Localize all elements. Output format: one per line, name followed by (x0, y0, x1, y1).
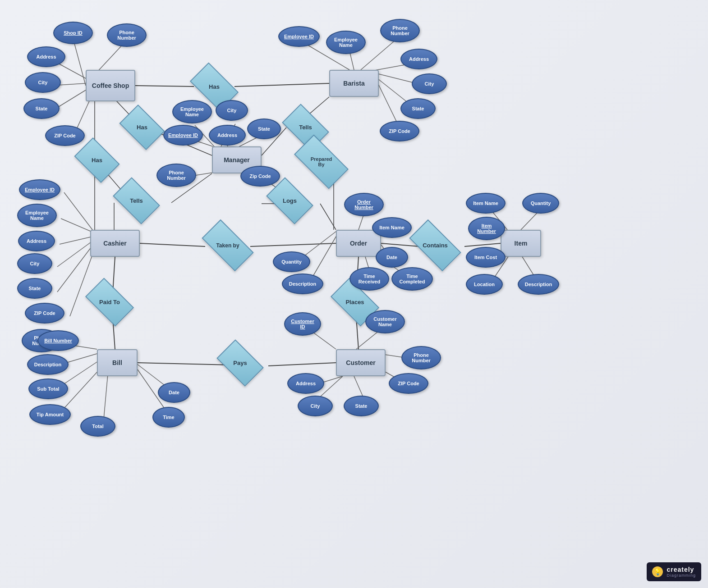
relationship-taken-by[interactable]: Taken by (205, 233, 250, 258)
attr-mgr-address[interactable]: Address (209, 125, 246, 146)
attr-mgr-city[interactable]: City (216, 100, 248, 121)
attr-csh-zip[interactable]: ZIP Code (25, 303, 64, 324)
attr-ord-time-completed[interactable]: TimeCompleted (391, 267, 433, 291)
relationship-has2[interactable]: Has (124, 115, 160, 140)
relationship-places[interactable]: Places (335, 290, 375, 315)
attr-bill-subtotal[interactable]: Sub Total (28, 378, 68, 399)
attr-mgr-empid[interactable]: Employee ID (163, 125, 203, 146)
attr-ord-time-received[interactable]: TimeReceived (349, 267, 389, 291)
entity-order[interactable]: Order (336, 230, 381, 257)
attr-mgr-phone[interactable]: PhoneNumber (156, 164, 196, 187)
attr-cs-phone[interactable]: PhoneNumber (107, 23, 147, 47)
attr-item-itemnum[interactable]: ItemNumber (468, 217, 505, 240)
attr-cs-shopid[interactable]: Shop ID (53, 22, 93, 44)
attr-cs-state[interactable]: State (23, 98, 60, 119)
entity-item[interactable]: Item (501, 230, 541, 257)
attr-bar-state[interactable]: State (400, 98, 436, 119)
attr-csh-address[interactable]: Address (18, 231, 55, 251)
attr-csh-empname[interactable]: EmployeeName (17, 204, 57, 227)
relationship-pays[interactable]: Pays (221, 351, 259, 375)
svg-line-74 (61, 219, 92, 232)
attr-cust-state[interactable]: State (344, 396, 379, 416)
entity-coffee-shop[interactable]: Coffee Shop (86, 70, 135, 101)
attr-cs-city[interactable]: City (25, 72, 61, 93)
relationship-has1[interactable]: Has (194, 74, 234, 99)
svg-line-39 (464, 243, 501, 246)
relationship-paid-to[interactable]: Paid To (89, 290, 130, 315)
relationship-has3[interactable]: Has (79, 148, 115, 173)
attr-ord-date[interactable]: Date (376, 247, 408, 268)
svg-line-37 (250, 243, 336, 246)
svg-line-36 (140, 243, 205, 246)
attr-bar-city[interactable]: City (412, 73, 447, 94)
attr-bill-total[interactable]: Total (80, 416, 115, 437)
svg-line-77 (57, 246, 92, 292)
attr-bar-zip[interactable]: ZIP Code (380, 121, 419, 141)
attr-ord-qty[interactable]: Quantity (273, 251, 310, 272)
svg-line-7 (234, 83, 329, 87)
attr-bill-tip[interactable]: Tip Amount (29, 404, 71, 425)
attr-cs-zip[interactable]: ZIP Code (45, 125, 85, 146)
relationship-logs[interactable]: Logs (271, 188, 309, 213)
attr-csh-state[interactable]: State (17, 278, 52, 299)
attr-bill-date[interactable]: Date (158, 382, 190, 403)
attr-cust-phone[interactable]: PhoneNumber (401, 346, 441, 369)
attr-bill-desc[interactable]: Description (27, 354, 69, 375)
svg-line-65 (268, 363, 336, 366)
creately-logo-text: creately Diagramming (667, 566, 696, 578)
attr-item-qty[interactable]: Quantity (522, 193, 559, 214)
attr-cust-custname[interactable]: CustomerName (365, 310, 405, 333)
attr-ord-ordernum[interactable]: OrderNumber (344, 193, 384, 216)
attr-item-desc[interactable]: Description (518, 274, 559, 295)
er-diagram-canvas: Coffee Shop Barista Manager Cashier Orde… (0, 0, 708, 588)
attr-mgr-zip[interactable]: Zip Code (240, 166, 280, 187)
attr-cust-city[interactable]: City (298, 396, 333, 416)
attr-bar-empname[interactable]: EmployeeName (326, 31, 366, 54)
entity-bill[interactable]: Bill (97, 349, 138, 376)
entity-customer[interactable]: Customer (336, 349, 386, 376)
svg-line-6 (135, 86, 194, 87)
attr-bar-empid[interactable]: Employee ID (278, 26, 320, 47)
attr-cust-custid[interactable]: CustomerID (284, 312, 321, 336)
attr-item-location[interactable]: Location (466, 274, 503, 295)
attr-cs-address[interactable]: Address (27, 46, 65, 67)
attr-ord-itemname[interactable]: Item Name (372, 217, 412, 238)
attr-cust-address[interactable]: Address (287, 373, 324, 394)
relationship-tells1[interactable]: Tells (286, 115, 325, 140)
attr-cust-zip[interactable]: ZIP Code (389, 373, 428, 394)
creately-logo[interactable]: 💡 creately Diagramming (647, 562, 701, 581)
svg-line-75 (60, 237, 92, 244)
relationship-prepared-by[interactable]: PreparedBy (298, 149, 345, 175)
svg-line-31 (320, 204, 336, 230)
attr-mgr-empname[interactable]: EmployeeName (172, 100, 212, 123)
attr-bill-time[interactable]: Time (152, 407, 185, 428)
svg-line-64 (138, 363, 230, 365)
attr-ord-desc[interactable]: Description (282, 273, 323, 294)
entity-barista[interactable]: Barista (329, 70, 379, 97)
svg-line-76 (57, 241, 92, 267)
attr-item-itemcost[interactable]: Item Cost (466, 247, 506, 268)
attr-bar-phone[interactable]: PhoneNumber (380, 19, 420, 42)
attr-csh-city[interactable]: City (17, 253, 52, 274)
relationship-contains[interactable]: Contains (413, 233, 458, 258)
attr-bar-address[interactable]: Address (400, 49, 437, 69)
attr-mgr-state[interactable]: State (247, 119, 281, 139)
attr-item-itemname[interactable]: Item Name (466, 193, 506, 214)
attr-bill-billnum[interactable]: Bill Number (37, 330, 79, 351)
attr-csh-empid[interactable]: Employee ID (19, 179, 60, 200)
relationship-tells2[interactable]: Tells (117, 188, 156, 213)
creately-bulb-icon: 💡 (652, 566, 663, 577)
svg-line-73 (64, 192, 92, 230)
entity-cashier[interactable]: Cashier (90, 230, 140, 257)
